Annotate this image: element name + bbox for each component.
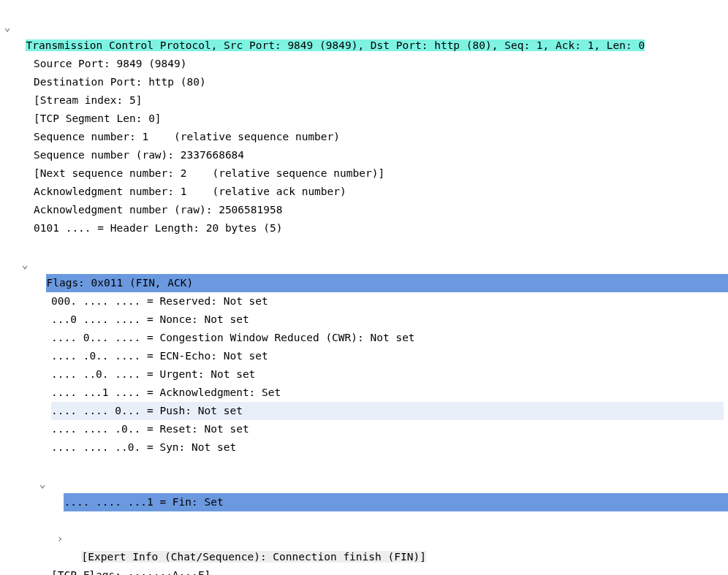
ack-num-row[interactable]: Acknowledgment number: 1 (relative ack n… bbox=[0, 183, 728, 201]
flag-urg-text: .... ..0. .... = Urgent: Not set bbox=[51, 368, 255, 380]
hdr-len-text: 0101 .... = Header Length: 20 bytes (5) bbox=[34, 222, 282, 234]
tcp-seg-len-text: [TCP Segment Len: 0] bbox=[34, 113, 162, 124]
flag-reset-row[interactable]: .... .... .0.. = Reset: Not set bbox=[0, 420, 728, 438]
flag-cwr-row[interactable]: .... 0... .... = Congestion Window Reduc… bbox=[0, 329, 728, 347]
flag-push-text: .... .... 0... = Push: Not set bbox=[51, 402, 724, 420]
flag-reserved-text: 000. .... .... = Reserved: Not set bbox=[51, 295, 268, 307]
dst-port-text: Destination Port: http (80) bbox=[34, 76, 206, 88]
next-seq-row[interactable]: [Next sequence number: 2 (relative seque… bbox=[0, 164, 728, 183]
tcp-header-row[interactable]: ⌄ Transmission Control Protocol, Src Por… bbox=[0, 0, 728, 55]
src-port-row[interactable]: Source Port: 9849 (9849) bbox=[0, 55, 728, 73]
tcp-flags-str-text: [TCP Flags: ·······A···F] bbox=[51, 569, 211, 575]
ack-num-text: Acknowledgment number: 1 (relative ack n… bbox=[34, 186, 346, 197]
dst-port-row[interactable]: Destination Port: http (80) bbox=[0, 73, 728, 91]
flags-header-row[interactable]: ⌄ Flags: 0x011 (FIN, ACK) bbox=[0, 237, 728, 292]
next-seq-text: [Next sequence number: 2 (relative seque… bbox=[34, 167, 384, 179]
seq-num-text: Sequence number: 1 (relative sequence nu… bbox=[34, 131, 340, 142]
flag-fin-text: .... .... ...1 = Fin: Set bbox=[64, 493, 728, 511]
flag-fin-row[interactable]: ⌄ .... .... ...1 = Fin: Set bbox=[0, 457, 728, 511]
chevron-down-icon[interactable]: ⌄ bbox=[3, 18, 12, 37]
hdr-len-row[interactable]: 0101 .... = Header Length: 20 bytes (5) bbox=[0, 219, 728, 237]
flag-nonce-text: ...0 .... .... = Nonce: Not set bbox=[51, 313, 249, 325]
flag-cwr-text: .... 0... .... = Congestion Window Reduc… bbox=[51, 332, 415, 343]
seq-num-raw-text: Sequence number (raw): 2337668684 bbox=[34, 149, 244, 161]
stream-index-row[interactable]: [Stream index: 5] bbox=[0, 91, 728, 110]
chevron-down-icon[interactable]: ⌄ bbox=[38, 475, 47, 493]
chevron-down-icon[interactable]: ⌄ bbox=[20, 256, 29, 274]
src-port-text: Source Port: 9849 (9849) bbox=[34, 58, 187, 69]
flag-urg-row[interactable]: .... ..0. .... = Urgent: Not set bbox=[0, 365, 728, 384]
flag-ack-row[interactable]: .... ...1 .... = Acknowledgment: Set bbox=[0, 384, 728, 402]
flag-syn-row[interactable]: .... .... ..0. = Syn: Not set bbox=[0, 438, 728, 457]
stream-index-text: [Stream index: 5] bbox=[34, 94, 142, 106]
expert-info-text: [Expert Info (Chat/Sequence): Connection… bbox=[81, 551, 425, 563]
flag-nonce-row[interactable]: ...0 .... .... = Nonce: Not set bbox=[0, 311, 728, 329]
tcp-seg-len-row[interactable]: [TCP Segment Len: 0] bbox=[0, 110, 728, 128]
flag-reset-text: .... .... .0.. = Reset: Not set bbox=[51, 423, 249, 435]
ack-num-raw-row[interactable]: Acknowledgment number (raw): 2506581958 bbox=[0, 201, 728, 219]
flag-ecn-text: .... .0.. .... = ECN-Echo: Not set bbox=[51, 350, 268, 362]
seq-num-raw-row[interactable]: Sequence number (raw): 2337668684 bbox=[0, 146, 728, 164]
chevron-right-icon[interactable]: › bbox=[56, 530, 64, 548]
flag-syn-text: .... .... ..0. = Syn: Not set bbox=[51, 441, 236, 453]
ack-num-raw-text: Acknowledgment number (raw): 2506581958 bbox=[34, 204, 282, 216]
tcp-header-text: Transmission Control Protocol, Src Port:… bbox=[26, 39, 645, 51]
flag-ack-text: .... ...1 .... = Acknowledgment: Set bbox=[51, 386, 281, 398]
expert-info-row[interactable]: › [Expert Info (Chat/Sequence): Connecti… bbox=[0, 511, 728, 566]
tcp-flags-str-row[interactable]: [TCP Flags: ·······A···F] bbox=[0, 566, 728, 575]
flags-header-text: Flags: 0x011 (FIN, ACK) bbox=[46, 274, 728, 292]
flag-push-row[interactable]: .... .... 0... = Push: Not set bbox=[0, 402, 728, 420]
flag-ecn-row[interactable]: .... .0.. .... = ECN-Echo: Not set bbox=[0, 347, 728, 365]
flag-reserved-row[interactable]: 000. .... .... = Reserved: Not set bbox=[0, 292, 728, 311]
seq-num-row[interactable]: Sequence number: 1 (relative sequence nu… bbox=[0, 128, 728, 146]
